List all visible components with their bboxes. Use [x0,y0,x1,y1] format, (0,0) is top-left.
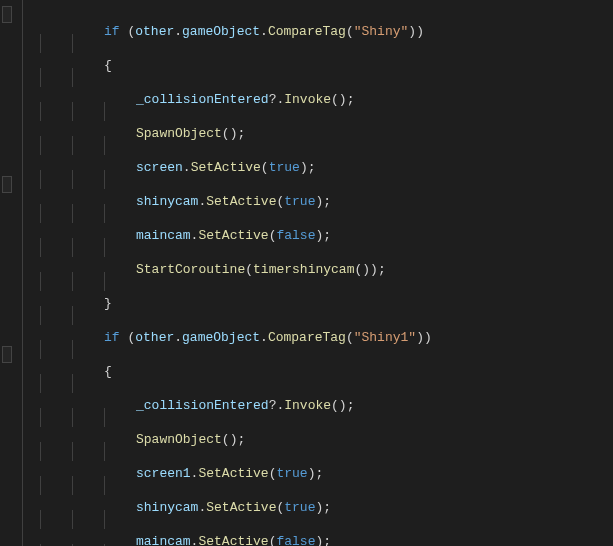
collapse-marker[interactable] [2,346,12,363]
code-editor[interactable]: if (other.gameObject.CompareTag("Shiny")… [0,0,613,546]
collapse-marker[interactable] [2,6,12,23]
code-content[interactable]: if (other.gameObject.CompareTag("Shiny")… [32,0,432,546]
gutter-fold [14,0,32,546]
keyword-if: if [104,24,120,39]
string-literal: "Shiny" [354,24,409,39]
string-literal: "Shiny1" [354,330,416,345]
collapse-marker[interactable] [2,176,12,193]
gutter-markers [0,0,14,546]
